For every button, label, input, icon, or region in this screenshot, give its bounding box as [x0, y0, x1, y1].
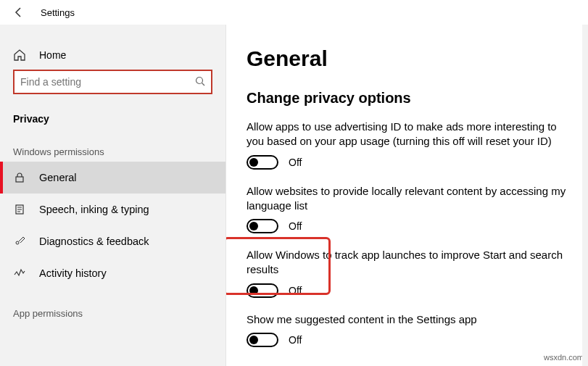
toggle-suggested-content[interactable] — [247, 333, 278, 347]
sidebar-item-label: General — [39, 172, 77, 183]
toggle-state: Off — [289, 334, 302, 346]
scrollbar[interactable] — [582, 25, 588, 366]
toggle-app-launches[interactable] — [247, 283, 278, 298]
search-input[interactable] — [20, 76, 195, 88]
category-label: Privacy — [0, 109, 225, 135]
home-label: Home — [39, 49, 66, 61]
option-description: Allow websites to provide locally releva… — [247, 184, 568, 214]
home-icon — [13, 49, 26, 62]
sidebar-item-label: Speech, inking & typing — [39, 204, 149, 215]
option-suggested-content: Show me suggested content in the Setting… — [247, 312, 568, 347]
clipboard-icon — [13, 203, 26, 216]
toggle-advertising-id[interactable] — [247, 155, 278, 170]
search-icon — [195, 76, 205, 88]
back-icon[interactable] — [13, 7, 25, 18]
option-description: Allow apps to use advertising ID to make… — [247, 120, 568, 149]
sidebar-item-label: Diagnostics & feedback — [39, 236, 149, 247]
option-advertising-id: Allow apps to use advertising ID to make… — [247, 120, 568, 170]
svg-rect-2 — [16, 177, 23, 182]
option-app-launches: Allow Windows to track app launches to i… — [247, 248, 568, 298]
search-input-container[interactable] — [13, 70, 212, 94]
sidebar-item-diagnostics[interactable]: Diagnostics & feedback — [0, 225, 225, 257]
svg-line-1 — [202, 83, 205, 86]
option-description: Show me suggested content in the Setting… — [247, 312, 568, 327]
window-title: Settings — [41, 7, 75, 18]
page-title: General — [247, 46, 568, 71]
svg-point-7 — [16, 241, 19, 244]
toggle-state: Off — [289, 220, 302, 232]
feedback-icon — [13, 235, 26, 248]
watermark: wsxdn.com — [544, 353, 584, 362]
svg-point-0 — [196, 77, 203, 83]
option-description: Allow Windows to track app launches to i… — [247, 248, 568, 278]
activity-icon — [13, 267, 26, 280]
sidebar-item-activity[interactable]: Activity history — [0, 257, 225, 289]
section-header-windows-permissions: Windows permissions — [0, 135, 225, 162]
lock-icon — [13, 171, 26, 184]
sidebar-item-general[interactable]: General — [0, 162, 225, 194]
content-pane: General Change privacy options Allow app… — [226, 25, 588, 366]
toggle-state: Off — [289, 157, 302, 168]
sidebar-item-label: Activity history — [39, 267, 107, 279]
home-nav[interactable]: Home — [0, 41, 225, 70]
sidebar-item-speech[interactable]: Speech, inking & typing — [0, 194, 225, 225]
titlebar: Settings — [0, 0, 588, 25]
page-subtitle: Change privacy options — [247, 90, 568, 107]
toggle-state: Off — [289, 285, 302, 296]
sidebar: Home Privacy Windows permissions General… — [0, 25, 226, 366]
toggle-language-list[interactable] — [247, 219, 278, 233]
section-header-app-permissions: App permissions — [0, 296, 225, 323]
option-language-list: Allow websites to provide locally releva… — [247, 184, 568, 234]
